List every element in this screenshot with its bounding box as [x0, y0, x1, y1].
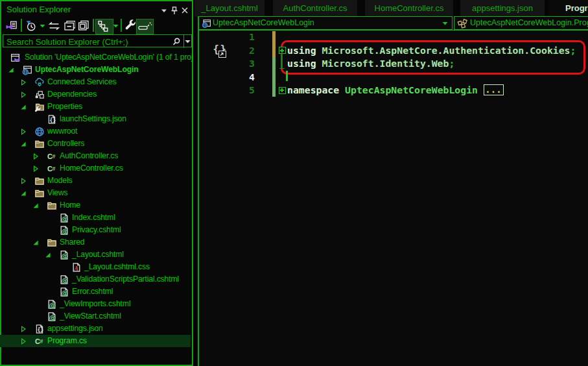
code-editor[interactable]: { } 12using Microsoft.AspNetCore.Authent…	[199, 30, 588, 366]
tree-item-label: AuthController.cs	[60, 150, 118, 162]
tab-authcontroller-cs[interactable]: AuthController.cs	[273, 0, 357, 17]
tree-item-viewimports-cshtml[interactable]: @_ViewImports.cshtml	[0, 298, 191, 310]
expanded-arrow-icon[interactable]	[32, 202, 39, 209]
cloud-icon	[34, 77, 45, 88]
line-number: 2	[199, 44, 255, 57]
type-dropdown-label: UptecAspNetCoreWebLogin.Program	[470, 17, 588, 29]
collapsed-arrow-icon[interactable]	[20, 326, 27, 332]
pending-changes-filter-icon[interactable]	[25, 19, 39, 34]
line-number: 1	[199, 30, 255, 43]
tree-item-dependencies[interactable]: Dependencies	[0, 88, 191, 101]
project-dropdown-chevron-icon[interactable]	[442, 21, 448, 26]
properties-icon[interactable]	[124, 19, 138, 34]
window-position-icon[interactable]	[159, 6, 169, 15]
tree-item-views[interactable]: Views	[0, 187, 191, 199]
tree-item-layout-cshtml[interactable]: @_Layout.cshtml	[0, 249, 191, 261]
tree-item-label: _ViewStart.cshtml	[60, 310, 121, 323]
collapsed-arrow-icon[interactable]	[32, 153, 39, 160]
collapsed-region-box[interactable]: ...	[484, 84, 504, 95]
tree-item-connected-services[interactable]: Connected Services	[0, 76, 191, 88]
tree-item-label: Program.cs	[47, 335, 87, 347]
expanded-arrow-icon[interactable]	[20, 141, 27, 147]
tree-item-shared[interactable]: Shared	[0, 236, 191, 249]
collapsed-arrow-icon[interactable]	[20, 338, 27, 345]
svg-text:@: @	[49, 313, 56, 321]
search-placeholder: Search Solution Explorer (Ctrl+;)	[6, 37, 128, 47]
svg-text:@: @	[61, 214, 68, 222]
type-dropdown[interactable]: UptecAspNetCoreWebLogin.Program	[454, 16, 588, 30]
tree-item-appsettings-json[interactable]: {}appsettings.json	[0, 323, 191, 335]
fold-collapse-box-icon[interactable]	[279, 47, 286, 54]
tree-item-home[interactable]: Home	[0, 199, 191, 212]
collapsed-arrow-icon[interactable]	[20, 92, 27, 98]
collapsed-arrow-icon[interactable]	[20, 79, 27, 86]
folder-icon	[34, 188, 45, 199]
switch-views-icon[interactable]	[5, 19, 19, 34]
tree-item-wwwroot[interactable]: wwwroot	[0, 125, 191, 138]
tree-item-validationscriptspartial-cshtml[interactable]: @_ValidationScriptsPartial.cshtml	[0, 273, 191, 286]
tree-item-controllers[interactable]: Controllers	[0, 138, 191, 150]
razor-icon: @	[59, 274, 69, 285]
tree-item-label: wwwroot	[47, 125, 77, 138]
tree-item-index-cshtml[interactable]: @Index.cshtml	[0, 212, 191, 224]
expanded-arrow-icon[interactable]	[20, 190, 27, 197]
tree-item-authcontroller-cs[interactable]: C #AuthController.cs	[0, 150, 191, 162]
code-line-5[interactable]: 5namespace UptecAspNetCoreWebLogin	[199, 84, 588, 97]
globe-icon	[34, 127, 45, 137]
show-all-files-icon[interactable]	[96, 19, 113, 34]
expanded-arrow-icon[interactable]	[45, 252, 51, 258]
fold-expand-box-icon[interactable]	[279, 87, 286, 94]
tree-item-viewstart-cshtml[interactable]: @_ViewStart.cshtml	[0, 310, 191, 323]
expanded-arrow-icon[interactable]	[8, 67, 14, 73]
collapsed-arrow-icon[interactable]	[32, 165, 39, 172]
tab-homecontroller-cs[interactable]: HomeController.cs	[365, 0, 453, 17]
svg-text:@: @	[61, 288, 68, 296]
css-icon: A	[71, 262, 82, 273]
folder-icon	[34, 139, 45, 149]
tree-item-solution-uptecaspnetcoreweblogin-1-of-1-project[interactable]: Solution 'UptecAspNetCoreWebLogin' (1 of…	[0, 51, 191, 64]
collapsed-arrow-icon[interactable]	[20, 178, 27, 184]
tree-item-layout-cshtml-css[interactable]: A_Layout.cshtml.css	[0, 261, 191, 273]
collapse-document-icon[interactable]	[63, 19, 77, 34]
project-dropdown[interactable]: UptecAspNetCoreWebLogin	[198, 16, 453, 30]
line-number: 5	[199, 84, 255, 97]
search-options-chevron-icon[interactable]	[185, 40, 191, 44]
search-box[interactable]: Search Solution Explorer (Ctrl+;)	[3, 34, 192, 47]
navigation-bar: UptecAspNetCoreWebLogin UptecAspNetCoreW…	[198, 16, 588, 30]
pin-icon[interactable]	[170, 6, 179, 15]
tab-label: AuthController.cs	[273, 0, 357, 16]
project-icon	[202, 19, 211, 29]
tree-item-label: Index.cshtml	[72, 212, 115, 224]
tree-item-label: UptecAspNetCoreWebLogin	[35, 64, 139, 76]
search-icon[interactable]	[172, 37, 182, 47]
tab-program-cs[interactable]: Program.cs	[548, 0, 588, 17]
expanded-arrow-icon[interactable]	[32, 239, 39, 246]
line-number: 3	[199, 57, 255, 70]
collapse-all-icon[interactable]	[77, 19, 91, 34]
close-icon[interactable]	[180, 6, 189, 15]
tree-item-homecontroller-cs[interactable]: C #HomeController.cs	[0, 162, 191, 175]
tree-item-error-cshtml[interactable]: @Error.cshtml	[0, 286, 191, 298]
sync-with-active-document-icon[interactable]	[49, 19, 63, 34]
tree-item-uptecaspnetcoreweblogin[interactable]: UptecAspNetCoreWebLogin	[0, 64, 191, 76]
svg-text:#: #	[40, 337, 43, 344]
toolbar-separator	[93, 19, 94, 32]
tree-item-properties[interactable]: Properties	[0, 101, 191, 113]
csharp-icon: C #	[34, 336, 45, 347]
tree-item-label: _ViewImports.cshtml	[60, 298, 130, 310]
tree-item-launchsettings-json[interactable]: {}launchSettings.json	[0, 113, 191, 125]
tree-item-privacy-cshtml[interactable]: @Privacy.cshtml	[0, 224, 191, 236]
expanded-arrow-icon[interactable]	[20, 104, 27, 110]
outlining-guide-line	[281, 55, 282, 69]
tree-item-program-cs[interactable]: C #Program.cs	[0, 335, 191, 347]
tree-item-models[interactable]: Models	[0, 175, 191, 187]
tab-appsettings-json[interactable]: appsettings.json	[460, 0, 545, 17]
tab-layout-cshtml[interactable]: _Layout.cshtml	[194, 0, 265, 17]
razor-icon: @	[59, 250, 69, 260]
collapsed-arrow-icon[interactable]	[20, 128, 27, 135]
svg-text:{}: {}	[37, 326, 43, 332]
csharp-icon: C #	[47, 164, 57, 174]
preview-selected-items-icon[interactable]	[137, 19, 153, 34]
razor-icon: @	[47, 311, 57, 322]
tree-item-label: Shared	[60, 236, 84, 249]
